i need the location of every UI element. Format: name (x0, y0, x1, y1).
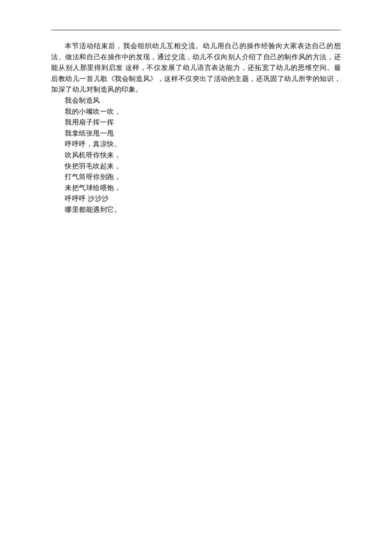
horizontal-rule (51, 30, 341, 30)
poem-line: 我拿纸张甩一甩 (51, 128, 341, 139)
poem-line: 快把羽毛吹起来， (51, 161, 341, 172)
poem-line: 来把气球给喂饱， (51, 182, 341, 194)
poem-line: 呼呼呼 沙沙沙 (51, 193, 341, 204)
poem-line: 吹风机呀你快来， (51, 150, 341, 161)
poem-line: 打气筒呀你别跑， (51, 171, 341, 182)
poem-line: 呼呼呼，真凉快。 (51, 139, 341, 150)
document-page: 本节活动结束后，我会组织幼儿互相交流。幼儿用自己的操作经验向大家表达自己的想法、… (0, 0, 392, 555)
body-paragraph: 本节活动结束后，我会组织幼儿互相交流。幼儿用自己的操作经验向大家表达自己的想法、… (51, 40, 341, 95)
poem-line: 哪里都能遇到它。 (51, 204, 341, 215)
poem-line: 我的小嘴吹一吹， (51, 106, 341, 117)
poem-line: 我会制造风 (51, 95, 341, 106)
poem-line: 我用扇子挥一挥 (51, 117, 341, 128)
